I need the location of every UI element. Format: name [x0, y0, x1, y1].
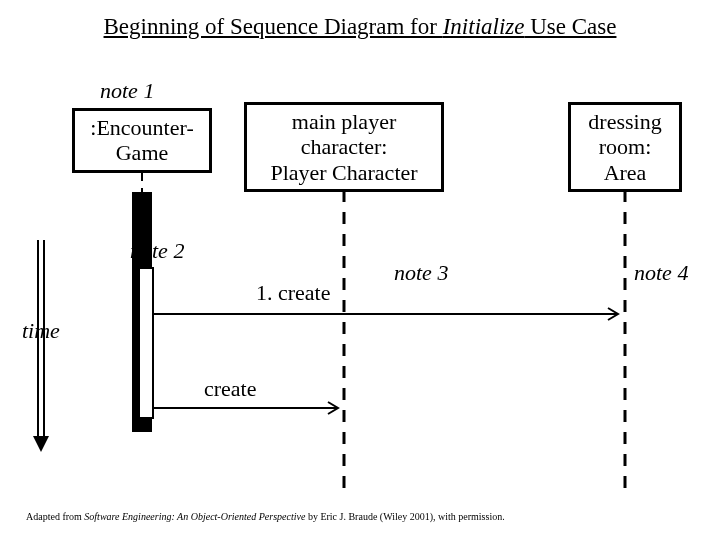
title-pre: Beginning of Sequence Diagram for	[104, 14, 443, 39]
object-label: dressing room: Area	[588, 109, 661, 185]
note-1: note 1	[100, 78, 154, 104]
footer-pre: Adapted from	[26, 511, 84, 522]
note-3: note 3	[394, 260, 448, 286]
object-encounter-game: :Encounter- Game	[72, 108, 212, 173]
attribution-footer: Adapted from Software Engineering: An Ob…	[26, 511, 505, 522]
note-2: note 2	[130, 238, 184, 264]
title-post: Use Case	[524, 14, 616, 39]
footer-ital: Software Engineering: An Object-Oriented…	[84, 511, 305, 522]
note-4: note 4	[634, 260, 688, 286]
object-player-character: main player character: Player Character	[244, 102, 444, 192]
object-label: :Encounter- Game	[90, 115, 193, 165]
message-create: create	[204, 376, 257, 402]
object-area: dressing room: Area	[568, 102, 682, 192]
object-label: main player character: Player Character	[270, 109, 417, 185]
footer-post: by Eric J. Braude (Wiley 2001), with per…	[305, 511, 504, 522]
svg-rect-5	[139, 268, 153, 418]
svg-marker-2	[33, 436, 49, 452]
time-axis-label: time	[22, 318, 60, 344]
diagram-title: Beginning of Sequence Diagram for Initia…	[0, 14, 720, 40]
title-italic: Initialize	[443, 14, 525, 39]
svg-rect-4	[132, 192, 152, 432]
message-1-create: 1. create	[256, 280, 331, 306]
